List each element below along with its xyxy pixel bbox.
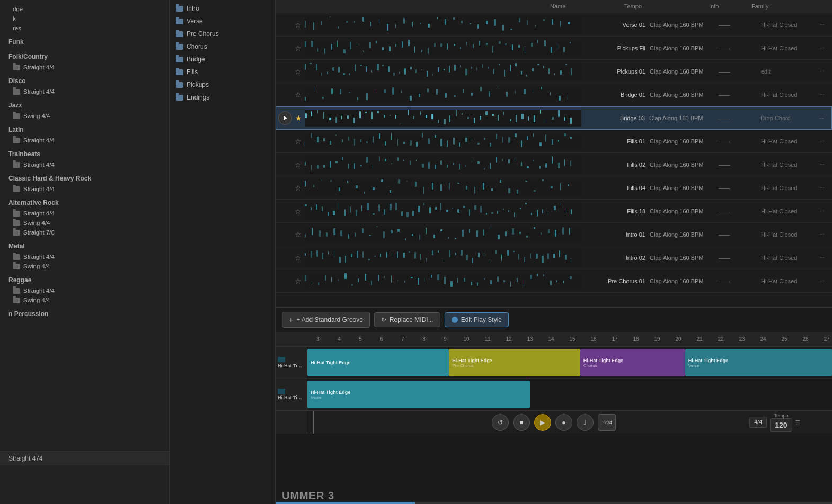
sidebar-item-latin-straight44[interactable]: Straight 4/4 <box>0 136 169 145</box>
category-item-bridge[interactable]: Bridge <box>170 53 275 66</box>
sidebar-item-reggae-swing44[interactable]: Swing 4/4 <box>0 295 169 305</box>
pattern-row[interactable]: ☆Pickups FllClap Along 160 BPM——Hi-Hat C… <box>276 37 832 60</box>
sidebar-item-trainbeats-straight44[interactable]: Straight 4/4 <box>0 160 169 169</box>
transport-bar: ↺ ■ ▶ ● ♩ 1234 <box>276 410 832 434</box>
sidebar-item-disco-straight44[interactable]: Straight 4/4 <box>0 87 169 96</box>
pattern-row[interactable]: ☆Fills 04Clap Along 160 BPM——Hi-Hat Clos… <box>276 176 832 200</box>
pattern-row-extra: Hi-Hat Closed <box>761 138 814 145</box>
star-icon[interactable]: ★ <box>295 114 302 122</box>
play-button[interactable]: ▶ <box>534 414 551 431</box>
pattern-row[interactable]: ☆Pickups 01Clap Along 160 BPM——edit··· <box>276 60 832 83</box>
pattern-row-name: Pickups Fll <box>586 45 650 51</box>
play-row-button[interactable] <box>278 111 292 125</box>
tempo-settings-icon[interactable]: ≡ <box>795 418 800 427</box>
pattern-row[interactable]: ☆Bridge 01Clap Along 160 BPM——Hi-Hat Clo… <box>276 83 832 106</box>
timeline-section: 3456789101112131415161718192021222324252… <box>276 332 832 504</box>
sidebar-item-alt-rock-straight44[interactable]: Straight 4/4 <box>0 209 169 218</box>
pattern-row-more: ··· <box>814 161 830 167</box>
sidebar-item-metal-swing44[interactable]: Swing 4/4 <box>0 262 169 271</box>
pattern-row[interactable]: ☆Verse 01Clap Along 160 BPM——Hi-Hat Clos… <box>276 13 832 37</box>
star-icon[interactable]: ☆ <box>295 21 302 29</box>
pattern-preview <box>305 226 582 243</box>
pattern-row-more: ··· <box>814 92 830 97</box>
timeline-num: 10 <box>456 336 477 342</box>
pattern-preview <box>305 16 582 33</box>
pattern-row-tempo: Clap Along 160 BPM <box>650 255 719 261</box>
timeline-num: 13 <box>519 336 541 342</box>
progress-bar-fill <box>276 502 415 504</box>
pattern-row-info: —— <box>719 45 761 51</box>
sidebar-item-folk-straight44[interactable]: Straight 4/4 <box>0 62 169 72</box>
star-icon[interactable]: ☆ <box>295 137 302 146</box>
transport-controls: ↺ ■ ▶ ● ♩ 1234 <box>492 414 616 431</box>
folder-icon <box>13 298 20 303</box>
sidebar-partial-k[interactable]: k <box>0 14 169 23</box>
timeline-num: 25 <box>774 336 795 342</box>
progress-bar <box>276 502 832 504</box>
pattern-row[interactable]: ★Bridge 03Clap Along 160 BPM——Drop Chord… <box>276 106 832 130</box>
app-title: UMMER 3 <box>282 490 334 502</box>
sidebar-partial-dge[interactable]: dge <box>0 4 169 14</box>
stop-button[interactable]: ■ <box>513 414 530 431</box>
sidebar-partial-res[interactable]: res <box>0 23 169 33</box>
pattern-row-extra: Hi-Hat Closed <box>761 45 814 51</box>
add-standard-groove-button[interactable]: + + Add Standard Groove <box>282 312 370 328</box>
star-icon[interactable]: ☆ <box>295 67 302 76</box>
track-segment[interactable]: Hi-Hat Tight Edge <box>307 349 449 376</box>
category-item-chorus[interactable]: Chorus <box>170 40 275 53</box>
replace-midi-button[interactable]: ↻ Replace MIDI... <box>374 312 440 327</box>
category-item-verse[interactable]: Verse <box>170 15 275 28</box>
sidebar-item-metal-straight44[interactable]: Straight 4/4 <box>0 252 169 262</box>
folder-icon <box>13 220 20 226</box>
timeline-num: 26 <box>795 336 816 342</box>
timeline-num: 16 <box>583 336 604 342</box>
sidebar-item-classic-rock-straight44[interactable]: Straight 4/4 <box>0 184 169 194</box>
timeline-num: 17 <box>604 336 625 342</box>
metronome-button[interactable]: ♩ <box>577 414 594 431</box>
time-sig-display[interactable]: 4/4 <box>749 417 767 428</box>
tempo-value[interactable]: 120 <box>770 418 792 432</box>
track-segment[interactable]: Hi-Hat Tight Edge Verse <box>685 349 832 376</box>
folder-icon <box>176 44 183 50</box>
pattern-row-tempo: Clap Along 160 BPM <box>650 22 719 28</box>
category-item-pickups[interactable]: Pickups <box>170 78 275 91</box>
edit-play-style-button[interactable]: Edit Play Style <box>445 312 509 327</box>
track-segment[interactable]: Hi-Hat Tight Edge Pre Chorus <box>449 349 580 376</box>
category-item-prechorus[interactable]: Pre Chorus <box>170 28 275 40</box>
genre-group-latin: Latin Straight 4/4 <box>0 124 169 145</box>
pattern-list[interactable]: Name Tempo Info Family ☆Verse 01Clap Alo… <box>276 0 832 307</box>
star-icon[interactable]: ☆ <box>295 277 302 285</box>
loop-button[interactable]: ↺ <box>492 414 509 431</box>
star-icon[interactable]: ☆ <box>295 207 302 215</box>
star-icon[interactable]: ☆ <box>295 160 302 169</box>
track-segment[interactable]: Hi-Hat Tight Edge Chorus <box>580 349 685 376</box>
pattern-row-extra: Hi-Hat Closed <box>761 231 814 238</box>
sidebar-item-jazz-swing44[interactable]: Swing 4/4 <box>0 111 169 121</box>
sidebar-item-alt-rock-straight78[interactable]: Straight 7/8 <box>0 228 169 237</box>
pattern-row[interactable]: ☆Fills 02Clap Along 160 BPM——Hi-Hat Clos… <box>276 153 832 176</box>
count-in-button[interactable]: 1234 <box>598 414 616 431</box>
pattern-row[interactable]: ☆Fills 01Clap Along 160 BPM——Hi-Hat Clos… <box>276 130 832 153</box>
star-icon[interactable]: ☆ <box>295 230 302 239</box>
category-item-endings[interactable]: Endings <box>170 91 275 104</box>
pattern-row-tempo: Clap Along 160 BPM <box>650 185 719 191</box>
pattern-row[interactable]: ☆Pre Chorus 01Clap Along 160 BPM——Hi-Hat… <box>276 269 832 293</box>
star-icon[interactable]: ☆ <box>295 254 302 262</box>
pattern-row-more: ··· <box>814 208 830 214</box>
sidebar-item-reggae-straight44[interactable]: Straight 4/4 <box>0 286 169 295</box>
pattern-row[interactable]: ☆Fills 18Clap Along 160 BPM——Hi-Hat Clos… <box>276 200 832 223</box>
star-icon[interactable]: ☆ <box>295 91 302 99</box>
track-color-swatch-2 <box>278 389 285 394</box>
category-item-fills[interactable]: Fills <box>170 66 275 78</box>
star-icon[interactable]: ☆ <box>295 184 302 192</box>
pattern-row-extra: Hi-Hat Closed <box>761 92 814 98</box>
star-icon[interactable]: ☆ <box>295 44 302 52</box>
pattern-row-more: ··· <box>814 22 830 28</box>
sidebar-item-alt-rock-swing44[interactable]: Swing 4/4 <box>0 218 169 228</box>
category-item-intro[interactable]: Intro <box>170 2 275 15</box>
genre-title-latin: Latin <box>0 124 169 136</box>
pattern-row[interactable]: ☆Intro 02Clap Along 160 BPM——Hi-Hat Clos… <box>276 246 832 269</box>
pattern-row[interactable]: ☆Intro 01Clap Along 160 BPM——Hi-Hat Clos… <box>276 223 832 246</box>
record-button[interactable]: ● <box>555 414 572 431</box>
genre-title-trainbeats: Trainbeats <box>0 148 169 160</box>
